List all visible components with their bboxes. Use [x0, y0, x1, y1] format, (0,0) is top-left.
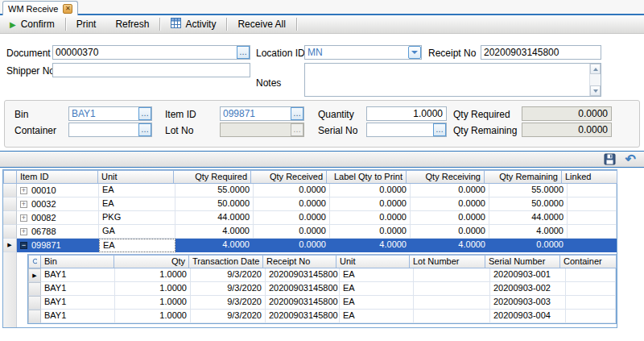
receive-all-button[interactable]: Receive All [228, 15, 295, 33]
scroll-down-icon[interactable] [590, 85, 601, 96]
grid-header-unit[interactable]: Unit [97, 170, 174, 184]
subrow-indicator[interactable] [28, 296, 41, 310]
row-indicator[interactable] [3, 225, 17, 239]
bin-lookup-button[interactable]: … [138, 107, 151, 120]
subgrid-row-1[interactable]: ▶ BAY1 1.0000 9/3/2020 20200903145800 EA… [28, 268, 616, 282]
document-no-input[interactable] [53, 46, 237, 59]
grid-header-qty-required[interactable]: Qty Required [173, 170, 251, 184]
wm-receive-window: WM Receive ✕ ▶ Confirm Print Refresh Act… [0, 0, 644, 341]
toolbar-separator [159, 18, 160, 31]
row-indicator[interactable] [3, 211, 17, 225]
subrow-indicator[interactable] [28, 282, 41, 296]
subgrid-header-serial-number[interactable]: Serial Number [485, 255, 560, 268]
cell-qty-remaining: 44.0000 [489, 211, 568, 225]
tab-wm-receive[interactable]: WM Receive ✕ [2, 1, 78, 15]
subcell-unit: EA [340, 268, 414, 282]
grid-header-row: Item ID Unit Qty Required Qty Received L… [3, 170, 617, 184]
cell-label-qty-to-print: 4.0000 [330, 239, 411, 252]
row-indicator[interactable] [3, 198, 17, 211]
serial-no-lookup-button[interactable]: … [433, 123, 446, 136]
grid-header-linked[interactable]: Linked [561, 170, 617, 184]
scroll-up-icon[interactable] [590, 64, 601, 74]
notes-textarea[interactable] [304, 63, 601, 97]
container-input[interactable] [69, 123, 138, 136]
subgrid-header-receipt-no[interactable]: Receipt No [262, 255, 336, 268]
cell-unit-editing[interactable]: EA [99, 239, 175, 252]
subgrid-header-bin[interactable]: Bin [40, 255, 114, 268]
location-id-label: Location ID [256, 48, 305, 59]
cell-item-id: 099871 [31, 240, 61, 250]
lot-no-input [221, 123, 291, 136]
grid-action-bar: ↶ [0, 151, 644, 168]
save-icon[interactable] [604, 153, 616, 165]
expand-icon[interactable]: + [20, 214, 27, 222]
tab-title: WM Receive [8, 4, 58, 14]
cell-linked [568, 198, 617, 211]
undo-icon[interactable]: ↶ [625, 154, 636, 165]
close-icon[interactable]: ✕ [63, 4, 72, 14]
grid-header-qty-receiving[interactable]: Qty Receiving [406, 170, 485, 184]
subgrid-header-qty[interactable]: Qty [114, 255, 189, 268]
bin-label: Bin [14, 109, 28, 120]
item-id-lookup-button[interactable]: … [291, 107, 303, 120]
quantity-input[interactable] [366, 106, 447, 121]
collapse-icon[interactable]: − [20, 242, 27, 249]
cell-qty-required: 4.0000 [175, 239, 254, 252]
search-icon[interactable] [28, 255, 41, 268]
subgrid-header-unit[interactable]: Unit [336, 255, 410, 268]
location-id-value: MN [305, 46, 408, 59]
container-lookup-button[interactable]: … [138, 123, 151, 136]
subcell-container [566, 282, 616, 296]
location-id-dropdown[interactable]: MN [304, 45, 422, 60]
subgrid-header-container[interactable]: Container [559, 255, 617, 268]
subgrid-row-2[interactable]: BAY1 1.0000 9/3/2020 20200903145800 EA 2… [28, 282, 616, 296]
expand-icon[interactable]: + [20, 228, 27, 235]
subgrid-header-lot-number[interactable]: Lot Number [409, 255, 485, 268]
expand-icon[interactable]: + [20, 201, 27, 208]
subcell-qty: 1.0000 [115, 296, 191, 310]
subrow-indicator-arrow[interactable]: ▶ [28, 268, 41, 282]
grid-header-label-qty-to-print[interactable]: Label Qty to Print [326, 170, 407, 184]
cell-item-id: 06788 [31, 227, 56, 236]
serial-no-input[interactable] [367, 123, 433, 136]
chevron-down-icon[interactable] [408, 46, 421, 59]
transactions-subgrid: Bin Qty Transaction Date Receipt No Unit… [27, 254, 617, 324]
document-no-lookup-button[interactable]: … [237, 46, 250, 59]
row-indicator-arrow[interactable]: ▶ [3, 239, 17, 252]
confirm-button[interactable]: ▶ Confirm [0, 15, 64, 33]
grid-header-item-id[interactable]: Item ID [16, 170, 98, 184]
subrow-indicator[interactable] [28, 310, 41, 323]
subgrid-row-4[interactable]: BAY1 1.0000 9/3/2020 20200903145800 EA 2… [28, 310, 616, 323]
grid-row-00082[interactable]: +00082 PKG 44.0000 0.0000 0.0000 0.0000 … [3, 211, 617, 225]
grid-row-099871-selected[interactable]: ▶ −099871 EA 4.0000 0.0000 4.0000 4.0000… [3, 239, 617, 252]
indicator-column-strip [3, 252, 17, 327]
container-field-wrap: … [68, 123, 152, 137]
item-id-input[interactable] [221, 107, 291, 120]
grid-header-qty-received[interactable]: Qty Received [250, 170, 327, 184]
refresh-button[interactable]: Refresh [105, 15, 159, 33]
subcell-bin: BAY1 [41, 282, 115, 296]
row-indicator[interactable] [3, 184, 17, 198]
subgrid-header-row: Bin Qty Transaction Date Receipt No Unit… [28, 255, 616, 268]
cell-qty-receiving: 0.0000 [411, 211, 489, 225]
toolbar-separator [65, 18, 66, 31]
quantity-label: Quantity [318, 109, 354, 120]
qty-required-input [522, 106, 612, 121]
activity-label: Activity [185, 19, 216, 30]
expand-icon[interactable]: + [20, 187, 27, 194]
grid-header-qty-remaining[interactable]: Qty Remaining [484, 170, 562, 184]
grid-row-06788[interactable]: +06788 GA 4.0000 0.0000 0.0000 0.0000 4.… [3, 225, 617, 239]
grid-row-00010[interactable]: +00010 EA 55.0000 0.0000 0.0000 0.0000 5… [3, 184, 617, 198]
subgrid-header-transaction-date[interactable]: Transaction Date [188, 255, 263, 268]
shipper-no-input[interactable] [53, 64, 250, 77]
activity-button[interactable]: Activity [161, 15, 225, 33]
cell-unit: PKG [99, 211, 175, 225]
cell-qty-remaining: 0.0000 [489, 239, 568, 252]
subgrid-row-3[interactable]: BAY1 1.0000 9/3/2020 20200903145800 EA 2… [28, 296, 616, 310]
notes-scrollbar[interactable] [589, 64, 601, 96]
grid-row-00032[interactable]: +00032 EA 50.0000 0.0000 0.0000 0.0000 5… [3, 198, 617, 211]
bin-input[interactable] [69, 107, 138, 120]
print-button[interactable]: Print [67, 15, 106, 33]
receipt-no-input[interactable] [481, 46, 601, 59]
subcell-serial-number: 20200903-002 [490, 282, 566, 296]
